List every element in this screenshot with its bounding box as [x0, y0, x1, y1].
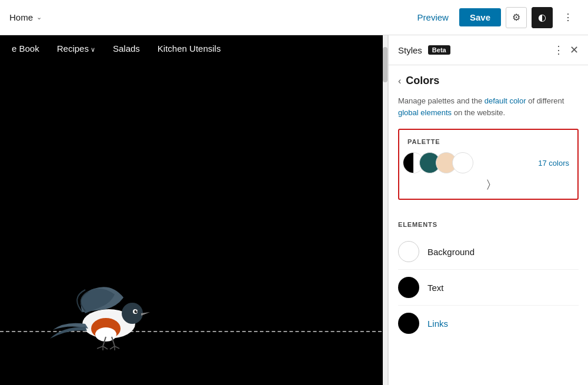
colors-section: ‹ Colors Manage palettes and the default…	[389, 65, 588, 221]
elements-section: ELEMENTS Background Text Links	[389, 221, 588, 350]
cursor-hand-icon: 〉	[407, 178, 569, 190]
svg-line-9	[97, 346, 103, 349]
more-options-button[interactable]: ⋮	[557, 7, 579, 28]
home-chevron-icon[interactable]: ⌄	[36, 14, 42, 21]
beta-badge: Beta	[428, 45, 450, 55]
topbar-right: Preview Save ⚙ ◐ ⋮	[412, 7, 579, 28]
canvas-scrollbar[interactable]	[383, 35, 387, 385]
default-color-link[interactable]: default color	[485, 96, 526, 105]
links-color-swatch	[398, 313, 419, 334]
canvas-nav: e Book Recipes Salads Kitchen Utensils	[0, 35, 387, 62]
gear-icon: ⚙	[512, 12, 520, 23]
svg-line-12	[110, 346, 115, 349]
palette-label: PALETTE	[407, 138, 569, 145]
nav-item-book[interactable]: e Book	[12, 43, 39, 53]
element-background[interactable]: Background	[398, 234, 579, 270]
palette-colors-link[interactable]: 17 colors	[538, 159, 569, 168]
topbar: Home ⌄ Preview Save ⚙ ◐ ⋮	[0, 0, 588, 35]
panel-more-icon[interactable]: ⋮	[553, 43, 564, 56]
panel-header-right: ⋮ ✕	[553, 43, 579, 56]
nav-item-recipes[interactable]: Recipes	[57, 43, 95, 53]
svg-line-14	[115, 346, 119, 349]
colors-description: Manage palettes and the default color of…	[398, 95, 579, 118]
element-text[interactable]: Text	[398, 270, 579, 306]
back-arrow-icon[interactable]: ‹	[398, 76, 401, 86]
main-layout: e Book Recipes Salads Kitchen Utensils	[0, 35, 588, 385]
nav-item-utensils[interactable]: Kitchen Utensils	[158, 43, 221, 53]
contrast-button[interactable]: ◐	[532, 7, 553, 28]
svg-point-3	[122, 303, 143, 324]
svg-line-11	[103, 346, 108, 349]
text-label: Text	[427, 283, 444, 293]
palette-swatches	[407, 152, 473, 173]
panel-header: Styles Beta ⋮ ✕	[389, 35, 588, 65]
home-label: Home	[9, 12, 33, 22]
nav-item-salads[interactable]: Salads	[113, 43, 140, 53]
elements-label: ELEMENTS	[398, 221, 579, 228]
svg-point-2	[95, 327, 116, 342]
canvas-black: e Book Recipes Salads Kitchen Utensils	[0, 35, 387, 385]
background-color-swatch	[398, 241, 419, 262]
background-label: Background	[427, 247, 475, 257]
panel-close-button[interactable]: ✕	[570, 43, 579, 56]
canvas-area: e Book Recipes Salads Kitchen Utensils	[0, 35, 388, 385]
svg-point-6	[136, 310, 137, 312]
right-panel: Styles Beta ⋮ ✕ ‹ Colors Manage palettes…	[388, 35, 588, 385]
save-button[interactable]: Save	[459, 8, 501, 26]
text-color-swatch	[398, 277, 419, 298]
panel-header-left: Styles Beta	[398, 45, 450, 55]
svg-point-5	[135, 310, 138, 313]
contrast-icon: ◐	[538, 12, 546, 23]
palette-box[interactable]: PALETTE 17 colors	[398, 129, 579, 200]
panel-title: Styles	[398, 45, 422, 55]
element-links[interactable]: Links	[398, 306, 579, 341]
ellipsis-icon: ⋮	[563, 12, 573, 23]
colors-back-row: ‹ Colors	[398, 75, 579, 87]
topbar-left: Home ⌄	[9, 12, 42, 22]
swatch-white	[452, 152, 473, 173]
preview-button[interactable]: Preview	[412, 9, 455, 26]
links-label: Links	[427, 319, 448, 329]
settings-button[interactable]: ⚙	[506, 7, 527, 28]
global-elements-link[interactable]: global elements	[398, 108, 452, 117]
colors-title: Colors	[406, 75, 439, 87]
canvas-scrollbar-thumb	[383, 47, 387, 82]
bird-illustration	[47, 265, 165, 361]
palette-row: 17 colors	[407, 152, 569, 173]
